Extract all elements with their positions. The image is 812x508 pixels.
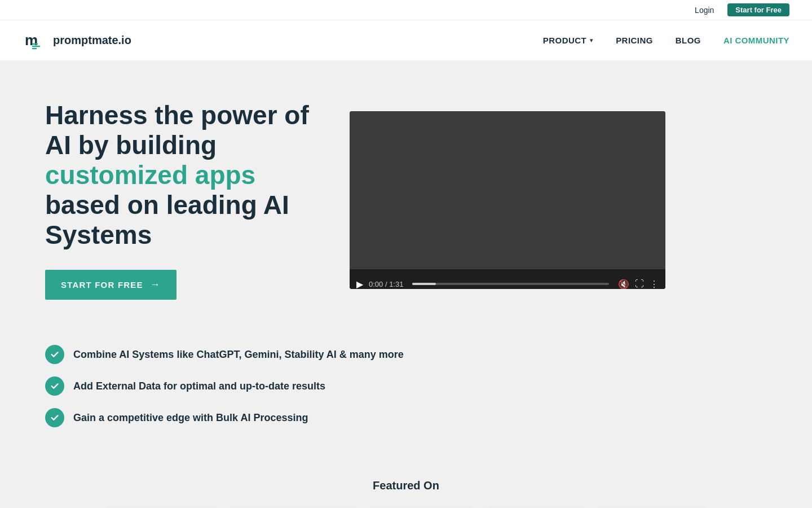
feature-item-1: Combine AI Systems like ChatGPT, Gemini,… (45, 345, 767, 364)
logo-icon: m (23, 28, 47, 53)
mute-icon[interactable]: 🔇 (618, 279, 629, 290)
check-circle-3 (45, 408, 64, 427)
main-nav: m promptmate.io PRODUCT ▾ PRICING BLOG A… (0, 20, 812, 61)
hero-section: Harness the power of AI by building cust… (0, 61, 812, 328)
video-controls: ▶ 0:00 / 1:31 🔇 ⛶ ⋮ (350, 269, 665, 289)
check-icon-2 (50, 381, 60, 391)
check-icon-3 (50, 413, 60, 423)
chevron-down-icon: ▾ (590, 37, 593, 44)
nav-item-product: PRODUCT ▾ (543, 36, 593, 45)
logo-text: promptmate.io (53, 34, 131, 47)
video-progress-bar[interactable] (412, 283, 609, 285)
hero-left: Harness the power of AI by building cust… (45, 100, 316, 300)
nav-item-blog: BLOG (676, 36, 701, 46)
video-control-icons: 🔇 ⛶ ⋮ (618, 279, 659, 290)
hero-title: Harness the power of AI by building cust… (45, 100, 316, 249)
features-section: Combine AI Systems like ChatGPT, Gemini,… (0, 328, 812, 468)
nav-links: PRODUCT ▾ PRICING BLOG AI COMMUNITY (543, 36, 789, 46)
arrow-icon: → (150, 279, 161, 291)
hero-title-part1: Harness the power of AI by building (45, 100, 309, 160)
check-circle-1 (45, 345, 64, 364)
logo-link[interactable]: m promptmate.io (23, 28, 131, 53)
featured-section: Featured On FEATURED ON Product Hunt ▲ 6… (0, 468, 812, 508)
fullscreen-icon[interactable]: ⛶ (635, 279, 644, 289)
start-free-top-link[interactable]: Start for Free (727, 3, 789, 16)
feature-item-2: Add External Data for optimal and up-to-… (45, 376, 767, 396)
feature-text-3: Gain a competitive edge with Bulk AI Pro… (73, 412, 308, 424)
hero-title-part2: based on leading AI Systems (45, 190, 289, 249)
hero-right: ▶ 0:00 / 1:31 🔇 ⛶ ⋮ (350, 111, 767, 289)
feature-item-3: Gain a competitive edge with Bulk AI Pro… (45, 408, 767, 427)
check-icon-1 (50, 349, 60, 360)
nav-link-ai-community[interactable]: AI COMMUNITY (723, 36, 789, 45)
feature-text-1: Combine AI Systems like ChatGPT, Gemini,… (73, 349, 404, 361)
video-player: ▶ 0:00 / 1:31 🔇 ⛶ ⋮ (350, 111, 665, 289)
hero-cta-button[interactable]: START FOR FREE → (45, 270, 176, 300)
check-circle-2 (45, 376, 64, 396)
nav-link-blog[interactable]: BLOG (676, 36, 701, 45)
nav-link-product[interactable]: PRODUCT (543, 36, 586, 45)
hero-cta-label: START FOR FREE (61, 280, 143, 290)
video-progress-fill (412, 283, 436, 285)
video-time: 0:00 / 1:31 (369, 280, 403, 288)
nav-link-pricing[interactable]: PRICING (616, 36, 653, 45)
hero-title-highlight: customized apps (45, 160, 255, 190)
top-bar: Login Start for Free (0, 0, 812, 20)
nav-item-ai-community: AI COMMUNITY (723, 36, 789, 46)
feature-text-2: Add External Data for optimal and up-to-… (73, 380, 325, 392)
featured-title: Featured On (45, 479, 767, 492)
play-button[interactable]: ▶ (356, 279, 363, 290)
more-options-icon[interactable]: ⋮ (650, 279, 659, 290)
video-area (350, 111, 665, 269)
login-link[interactable]: Login (695, 6, 714, 15)
nav-item-pricing: PRICING (616, 36, 653, 46)
